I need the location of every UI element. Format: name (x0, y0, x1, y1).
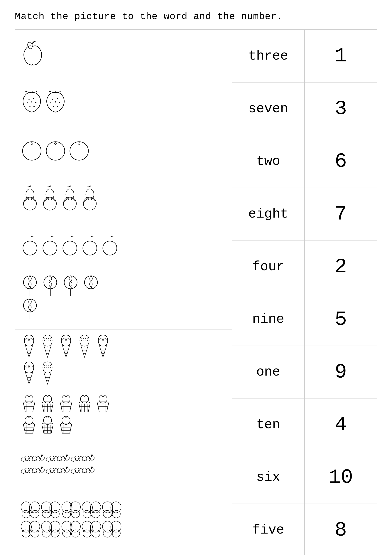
butterfly-icon-6 (21, 520, 40, 539)
orange-icon-1 (21, 138, 43, 162)
instruction-text: Match the picture to the word and the nu… (15, 11, 377, 22)
word-cell-6: nine (232, 293, 305, 346)
svg-point-27 (86, 189, 94, 200)
icecream-icon-2 (39, 333, 56, 359)
svg-point-64 (63, 338, 66, 341)
picture-row-10 (15, 497, 232, 555)
svg-point-55 (29, 338, 32, 341)
svg-point-232 (101, 520, 114, 533)
word-cell-3: two (232, 135, 305, 188)
cupcake-icon-8 (58, 415, 74, 435)
butterfly-icon-10 (102, 520, 121, 539)
svg-point-218 (49, 520, 61, 533)
cherry-icon-1 (21, 235, 39, 257)
caterpillar-icon-5 (46, 465, 70, 476)
butterfly-icon-5 (102, 501, 121, 519)
svg-point-1 (29, 99, 29, 100)
cupcake-icon-3 (58, 394, 74, 414)
word-number-row-10: five 8 (232, 504, 377, 555)
icecream-icon-5 (95, 333, 111, 359)
svg-point-13 (53, 106, 54, 107)
svg-point-3 (27, 102, 28, 103)
svg-point-38 (83, 241, 97, 255)
svg-point-197 (60, 501, 73, 514)
caterpillar-icon-4 (21, 465, 45, 476)
word-number-row-3: two 6 (232, 135, 377, 188)
svg-line-34 (50, 236, 54, 237)
svg-point-26 (64, 197, 76, 210)
icecream-icon-1 (21, 333, 37, 359)
pictures-column (15, 30, 232, 555)
cherry-icon-3 (61, 235, 79, 257)
number-cell-1: 1 (305, 30, 377, 82)
svg-point-8 (52, 99, 53, 100)
svg-point-65 (66, 338, 69, 341)
svg-point-12 (59, 102, 60, 103)
svg-point-217 (40, 520, 53, 533)
pear-icon-4 (81, 185, 99, 211)
strawberry-icon-2 (44, 90, 67, 114)
number-cell-2: 3 (305, 82, 377, 135)
svg-point-41 (103, 241, 117, 255)
picture-row-5 (15, 222, 232, 270)
svg-point-212 (20, 520, 33, 533)
svg-point-4 (31, 101, 32, 102)
picture-row-3 (15, 126, 232, 174)
word-number-row-1: three 1 (232, 30, 377, 82)
word-cell-2: seven (232, 82, 305, 135)
icecream-icon-6 (21, 360, 37, 386)
butterfly-icon-1 (21, 501, 40, 519)
pear-icon-2 (41, 185, 59, 211)
main-container: three 1 seven 3 two 6 eight 7 four 2 nin… (15, 29, 377, 555)
svg-point-21 (26, 189, 34, 200)
butterfly-icon-9 (82, 520, 101, 539)
lollipop-icon-4 (82, 274, 100, 296)
svg-point-2 (33, 98, 34, 99)
svg-point-228 (89, 520, 102, 533)
picture-row-4 (15, 174, 232, 222)
icecream-icon-7 (39, 360, 56, 386)
svg-point-222 (60, 520, 73, 533)
picture-row-8 (15, 390, 232, 449)
picture-row-9 (15, 449, 232, 497)
svg-point-80 (29, 365, 32, 368)
word-number-row-8: ten 4 (232, 399, 377, 451)
svg-point-188 (28, 501, 41, 514)
svg-point-187 (20, 501, 33, 514)
number-cell-10: 8 (305, 504, 377, 555)
word-cell-5: four (232, 241, 305, 293)
svg-point-18 (55, 143, 56, 145)
word-cell-9: six (232, 451, 305, 504)
svg-point-22 (23, 197, 36, 210)
picture-row-7 (15, 329, 232, 390)
word-number-row-9: six 10 (232, 451, 377, 504)
number-cell-7: 9 (305, 346, 377, 398)
svg-point-203 (89, 501, 102, 514)
picture-row-6 (15, 270, 232, 329)
svg-line-31 (30, 236, 34, 237)
svg-point-202 (81, 501, 94, 514)
orange-icon-2 (44, 138, 67, 162)
svg-point-29 (23, 241, 37, 255)
svg-point-60 (48, 338, 51, 341)
svg-point-23 (46, 189, 54, 200)
svg-point-9 (57, 98, 58, 99)
word-number-row-2: seven 3 (232, 82, 377, 135)
apple-icon (21, 40, 45, 68)
svg-point-25 (66, 189, 74, 200)
svg-point-59 (44, 338, 47, 341)
svg-point-32 (43, 241, 57, 255)
cupcake-icon-5 (95, 394, 111, 414)
svg-point-14 (57, 106, 58, 107)
svg-point-74 (100, 338, 103, 341)
svg-point-165 (91, 456, 92, 457)
word-cell-8: ten (232, 399, 305, 451)
svg-point-227 (81, 520, 94, 533)
number-cell-4: 7 (305, 188, 377, 240)
svg-point-75 (103, 338, 106, 341)
svg-point-151 (41, 456, 42, 457)
butterfly-icon-2 (41, 501, 60, 519)
svg-point-158 (66, 456, 67, 457)
pear-icon-1 (21, 185, 39, 211)
number-cell-5: 2 (305, 241, 377, 293)
